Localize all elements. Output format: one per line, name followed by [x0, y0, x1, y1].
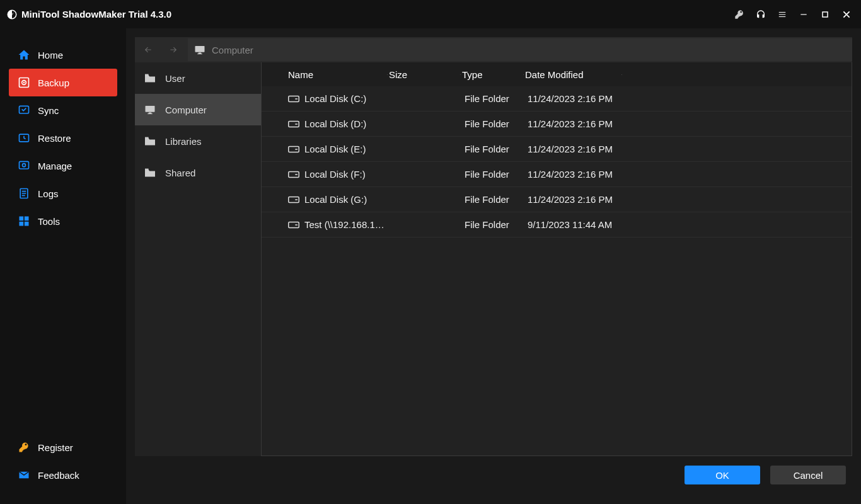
- maximize-icon[interactable]: [814, 4, 836, 25]
- tree-item-computer[interactable]: Computer: [135, 94, 261, 125]
- col-name[interactable]: Name: [287, 69, 388, 80]
- logs-icon: [18, 187, 30, 200]
- row-name: Local Disk (C:): [304, 93, 366, 104]
- nav-back-button[interactable]: [137, 38, 159, 61]
- row-type: File Folder: [463, 194, 526, 205]
- sidebar-item-label: Manage: [38, 161, 72, 171]
- table-row[interactable]: Local Disk (D:)File Folder11/24/2023 2:1…: [262, 112, 852, 137]
- table-row[interactable]: Local Disk (E:)File Folder11/24/2023 2:1…: [262, 137, 852, 162]
- tree-item-label: Libraries: [165, 136, 202, 147]
- minimize-icon[interactable]: [793, 4, 814, 25]
- folder-user-icon: [144, 72, 156, 84]
- drive-icon: [288, 196, 299, 203]
- svg-rect-25: [295, 98, 298, 100]
- table-row[interactable]: Local Disk (C:)File Folder11/24/2023 2:1…: [262, 86, 852, 112]
- sidebar-item-backup[interactable]: Backup: [9, 69, 117, 96]
- table-body: Local Disk (C:)File Folder11/24/2023 2:1…: [262, 86, 852, 455]
- sidebar-item-logs[interactable]: Logs: [9, 180, 117, 207]
- close-icon[interactable]: [836, 4, 857, 25]
- row-name: Local Disk (E:): [304, 144, 366, 154]
- row-date: 11/24/2023 2:16 PM: [526, 144, 652, 154]
- sidebar-item-label: Register: [38, 442, 73, 453]
- manage-icon: [18, 159, 30, 172]
- col-size[interactable]: Size: [388, 69, 461, 80]
- row-date: 11/24/2023 2:16 PM: [526, 194, 652, 205]
- svg-rect-18: [145, 74, 149, 76]
- col-type[interactable]: Type: [461, 69, 524, 80]
- row-type: File Folder: [463, 144, 526, 154]
- breadcrumb-label: Computer: [212, 45, 253, 55]
- svg-rect-16: [199, 53, 202, 54]
- key-icon: [18, 441, 30, 454]
- svg-rect-33: [295, 199, 298, 200]
- svg-rect-11: [25, 217, 29, 221]
- sidebar-item-register[interactable]: Register: [9, 433, 117, 461]
- tree-item-libraries[interactable]: Libraries: [135, 125, 261, 157]
- sidebar-item-manage[interactable]: Manage: [9, 152, 117, 180]
- col-date[interactable]: Date Modified: [524, 69, 622, 80]
- svg-rect-15: [195, 46, 205, 52]
- svg-rect-23: [145, 169, 149, 170]
- row-type: File Folder: [463, 169, 526, 180]
- titlebar: MiniTool ShadowMaker Trial 4.3.0: [0, 0, 861, 28]
- tools-icon: [18, 215, 30, 227]
- sidebar-item-restore[interactable]: Restore: [9, 124, 117, 152]
- sidebar-item-label: Restore: [38, 133, 71, 144]
- monitor-icon: [194, 44, 205, 55]
- folder-icon: [144, 135, 156, 147]
- cancel-button[interactable]: Cancel: [770, 466, 846, 484]
- nav-forward-button[interactable]: [163, 38, 184, 61]
- row-name: Local Disk (G:): [304, 194, 367, 205]
- file-table: Name Size Type Date Modified Local Disk …: [261, 62, 852, 456]
- sidebar-item-label: Backup: [38, 77, 69, 88]
- svg-rect-19: [146, 106, 155, 112]
- app-logo-icon: [6, 9, 18, 20]
- drive-icon: [288, 120, 299, 128]
- sidebar-item-home[interactable]: Home: [9, 41, 117, 69]
- sidebar-item-sync[interactable]: Sync: [9, 96, 117, 124]
- row-date: 11/24/2023 2:16 PM: [526, 118, 652, 129]
- row-type: File Folder: [463, 219, 526, 230]
- table-row[interactable]: Test (\\192.168.1…File Folder9/11/2023 1…: [262, 212, 852, 238]
- menu-icon[interactable]: [771, 4, 793, 25]
- sidebar-item-label: Sync: [38, 105, 59, 116]
- svg-rect-1: [823, 12, 828, 17]
- home-icon: [18, 49, 30, 61]
- svg-rect-10: [20, 217, 24, 221]
- svg-rect-27: [295, 123, 298, 125]
- svg-rect-21: [147, 113, 153, 114]
- svg-rect-0: [800, 14, 806, 14]
- restore-icon: [18, 132, 30, 144]
- sidebar-item-tools[interactable]: Tools: [9, 207, 117, 235]
- sidebar-item-label: Logs: [38, 188, 59, 199]
- sidebar-item-feedback[interactable]: Feedback: [9, 461, 117, 489]
- row-name: Local Disk (D:): [304, 118, 366, 129]
- svg-rect-7: [20, 161, 29, 169]
- drive-icon: [288, 221, 299, 229]
- drive-icon: [288, 95, 299, 103]
- svg-rect-20: [149, 113, 152, 114]
- tree-item-shared[interactable]: Shared: [135, 157, 261, 188]
- table-row[interactable]: Local Disk (G:)File Folder11/24/2023 2:1…: [262, 187, 852, 212]
- headset-icon[interactable]: [750, 4, 771, 25]
- dialog-footer: OK Cancel: [135, 456, 852, 494]
- tree-item-user[interactable]: User: [135, 62, 261, 94]
- source-tree: User Computer Libraries Shared: [135, 62, 261, 456]
- svg-rect-13: [25, 222, 29, 226]
- table-row[interactable]: Local Disk (F:)File Folder11/24/2023 2:1…: [262, 162, 852, 187]
- tree-item-label: Shared: [165, 168, 195, 178]
- register-key-icon[interactable]: [729, 4, 750, 25]
- app-window: MiniTool ShadowMaker Trial 4.3.0 Home: [0, 0, 861, 504]
- svg-rect-31: [295, 174, 298, 175]
- breadcrumb[interactable]: Computer: [188, 38, 852, 61]
- path-navbar: Computer: [135, 37, 852, 62]
- row-type: File Folder: [463, 118, 526, 129]
- row-date: 11/24/2023 2:16 PM: [526, 93, 652, 104]
- drive-icon: [288, 146, 299, 153]
- monitor-icon: [144, 103, 156, 116]
- svg-rect-12: [20, 222, 24, 226]
- app-title: MiniTool ShadowMaker Trial 4.3.0: [21, 9, 171, 20]
- row-date: 11/24/2023 2:16 PM: [526, 169, 652, 180]
- ok-button[interactable]: OK: [685, 466, 760, 484]
- main-panel: Computer User Computer: [126, 28, 861, 504]
